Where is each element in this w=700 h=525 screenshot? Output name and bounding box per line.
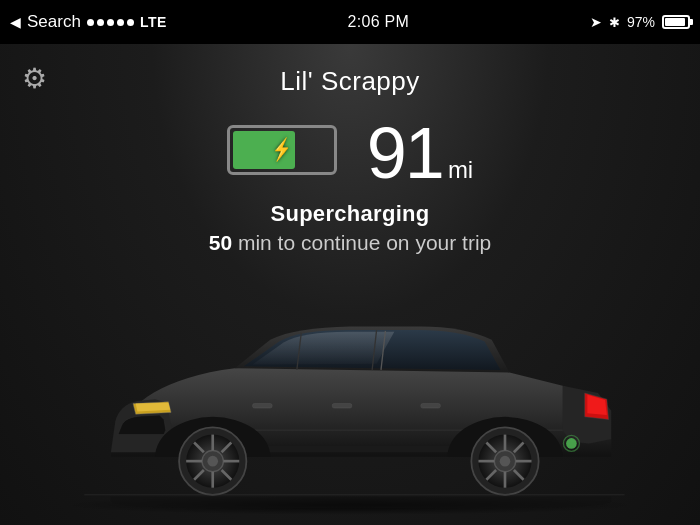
range-display: 91 mi [367, 117, 473, 189]
car-image [40, 315, 660, 510]
svg-point-17 [207, 456, 218, 467]
charging-minutes: 50 [209, 231, 232, 254]
settings-button[interactable]: ⚙ [22, 62, 47, 95]
charging-suffix: min to continue on your trip [232, 231, 491, 254]
battery-gauge-body: ⚡ [227, 125, 337, 175]
back-label[interactable]: Search [27, 12, 81, 32]
battery-gauge: ⚡ [227, 125, 347, 181]
svg-rect-4 [332, 404, 351, 408]
signal-dots [87, 19, 134, 26]
charging-status: Supercharging 50 min to continue on your… [0, 201, 700, 255]
status-right: ➤ ✱ 97% [590, 14, 690, 30]
svg-rect-3 [253, 404, 272, 408]
status-bar: ◀ Search LTE 2:06 PM ➤ ✱ 97% [0, 0, 700, 44]
app-container: ⚙ Lil' Scrappy ⚡ 91 mi Supercharging 50 … [0, 44, 700, 525]
bolt-icon: ⚡ [272, 137, 291, 163]
back-arrow-icon[interactable]: ◀ [10, 14, 21, 30]
status-time: 2:06 PM [348, 13, 410, 31]
battery-section: ⚡ 91 mi [0, 117, 700, 189]
svg-point-30 [566, 438, 577, 449]
svg-point-29 [500, 456, 511, 467]
car-image-area [0, 305, 700, 525]
range-number: 91 [367, 117, 443, 189]
range-unit: mi [448, 156, 473, 184]
bluetooth-icon: ✱ [609, 15, 620, 30]
svg-rect-5 [421, 404, 440, 408]
charging-title: Supercharging [0, 201, 700, 227]
battery-percent-label: 97% [627, 14, 655, 30]
battery-icon [662, 15, 690, 29]
network-label: LTE [140, 14, 167, 30]
car-name: Lil' Scrappy [0, 44, 700, 97]
charging-detail: 50 min to continue on your trip [0, 231, 700, 255]
location-icon: ➤ [590, 14, 602, 30]
status-left: ◀ Search LTE [10, 12, 167, 32]
battery-bolt-container: ⚡ [230, 128, 334, 172]
